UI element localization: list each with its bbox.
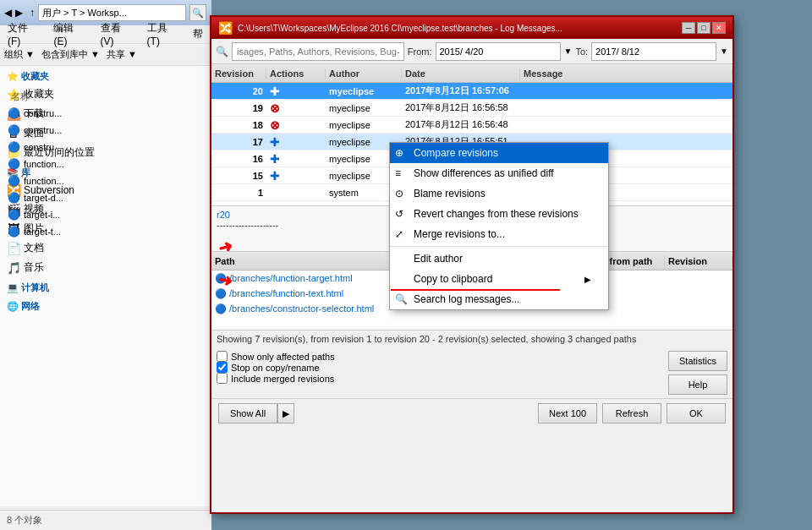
- table-row[interactable]: 19 ⊗ myeclipse 2017年8月12日 16:56:58: [211, 100, 732, 117]
- context-label: Merge revisions to...: [414, 228, 505, 240]
- explorer-nav-up[interactable]: ↑: [30, 7, 35, 19]
- context-item-diff[interactable]: ≡ Show differences as unified diff: [390, 163, 608, 183]
- paths-header-revision: Revision: [665, 256, 732, 266]
- cell-date: 2017年8月12日 16:56:58: [402, 101, 520, 114]
- sidebar-item-documents[interactable]: 📄 文档: [0, 238, 210, 258]
- compare-icon: ⊕: [395, 147, 403, 159]
- from-date-dropdown[interactable]: ▼: [564, 46, 573, 56]
- file-item[interactable]: 🔵target-d...: [4, 189, 211, 206]
- svn-folder-icon: 🔵: [8, 141, 20, 153]
- sidebar-item-music[interactable]: 🎵 音乐: [0, 258, 210, 277]
- table-row[interactable]: 20 ✚ myeclipse 2017年8月12日 16:57:06: [211, 83, 732, 100]
- close-button[interactable]: ✕: [712, 22, 726, 34]
- statistics-button[interactable]: Statistics: [668, 351, 727, 371]
- favorites-group[interactable]: ⭐ 收藏夹: [0, 66, 210, 85]
- to-date-dropdown[interactable]: ▼: [720, 46, 728, 56]
- menu-help[interactable]: 帮: [189, 25, 206, 43]
- context-item-revert[interactable]: ↺ Revert changes from these revisions: [390, 204, 608, 224]
- explorer-status-bar: 8 个对象: [0, 510, 211, 530]
- checkbox-affected-paths[interactable]: Show only affected paths: [217, 351, 668, 362]
- minimize-button[interactable]: ─: [682, 22, 695, 34]
- file-item[interactable]: 🔵constru...: [4, 139, 211, 156]
- cell-revision: 15: [211, 171, 266, 181]
- help-button[interactable]: Help: [668, 374, 727, 395]
- context-menu: ⊕ Compare revisions ≡ Show differences a…: [389, 142, 609, 310]
- search-log-icon: 🔍: [395, 293, 408, 305]
- sidebar-label: 文档: [24, 241, 44, 255]
- context-item-copy-clipboard[interactable]: Copy to clipboard ▶: [390, 269, 608, 289]
- explorer-nav-back[interactable]: ◀: [4, 7, 12, 19]
- svn-titlebar: 🔀 C:\Users\T\Workspaces\MyEclipse 2016 C…: [211, 17, 732, 39]
- computer-group[interactable]: 💻 计算机: [0, 277, 210, 296]
- share-btn[interactable]: 共享 ▼: [107, 48, 137, 61]
- header-date: Date: [402, 68, 520, 79]
- table-row[interactable]: 18 ⊗ myeclipse 2017年8月12日 16:56:48: [211, 117, 732, 134]
- context-item-compare[interactable]: ⊕ Compare revisions: [390, 143, 608, 163]
- from-date-picker[interactable]: [436, 42, 561, 61]
- show-all-arrow-button[interactable]: ▶: [277, 403, 294, 423]
- to-label: To:: [575, 46, 588, 57]
- to-date-picker[interactable]: [591, 42, 716, 61]
- sidebar-label: 音乐: [24, 260, 44, 275]
- action-add-icon: ✚: [270, 135, 280, 149]
- context-label: Compare revisions: [414, 147, 498, 159]
- file-item[interactable]: 🔵target-i...: [4, 206, 211, 223]
- file-item[interactable]: 🔵function...: [4, 156, 211, 172]
- context-label: Blame revisions: [414, 188, 486, 199]
- svn-search-toolbar: 🔍 From: ▼ To: ▼: [211, 39, 732, 64]
- checkbox-stop-copy-input[interactable]: [217, 362, 228, 373]
- next-100-button[interactable]: Next 100: [538, 403, 597, 423]
- from-label: From:: [408, 46, 432, 57]
- refresh-button[interactable]: Refresh: [602, 403, 661, 423]
- svn-search-input[interactable]: [232, 42, 404, 61]
- cell-action: ✚: [266, 135, 326, 149]
- cell-revision: 18: [211, 120, 266, 130]
- file-item[interactable]: 🔵constru...: [4, 105, 211, 122]
- cell-date: 2017年8月12日 16:57:06: [402, 85, 520, 97]
- ok-button[interactable]: OK: [667, 403, 726, 423]
- menu-file[interactable]: 文件(F): [4, 19, 43, 49]
- svn-side-buttons: Statistics Help: [668, 351, 727, 395]
- svn-window-icon: 🔀: [218, 21, 233, 35]
- cell-author: myeclipse: [326, 86, 402, 96]
- include-btn[interactable]: 包含到库中 ▼: [41, 48, 100, 61]
- action-add-icon: ✚: [270, 85, 280, 98]
- context-item-search-log[interactable]: 🔍 Search log messages...: [390, 289, 608, 309]
- file-area: 名称 🔵constru... 🔵constru... 🔵constru... 🔵…: [0, 89, 211, 240]
- network-group[interactable]: 🌐 网络: [0, 296, 210, 314]
- menu-edit[interactable]: 编辑(E): [50, 19, 90, 49]
- cell-action: ⊗: [266, 118, 326, 132]
- path-href[interactable]: 🔵 /branches/constructor-selector.html: [215, 303, 374, 314]
- svn-title-text: C:\Users\T\Workspaces\MyEclipse 2016 CI\…: [238, 24, 562, 33]
- path-href[interactable]: 🔵 /branches/function-target.html: [215, 273, 353, 283]
- context-item-edit-author[interactable]: Edit author: [390, 249, 608, 269]
- revert-icon: ↺: [395, 208, 403, 220]
- checkbox-merged-label: Include merged revisions: [231, 374, 334, 384]
- checkbox-merged[interactable]: Include merged revisions: [217, 373, 668, 384]
- explorer-nav-forward[interactable]: ▶: [15, 7, 23, 19]
- checkbox-stop-copy[interactable]: Stop on copy/rename: [217, 362, 668, 373]
- menu-view[interactable]: 查看(V): [97, 19, 137, 49]
- context-item-blame[interactable]: ⊙ Blame revisions: [390, 183, 608, 204]
- checkbox-merged-input[interactable]: [217, 373, 228, 384]
- search-btn[interactable]: 🔍: [189, 4, 206, 21]
- merge-icon: ⤢: [395, 228, 403, 240]
- maximize-button[interactable]: □: [697, 22, 710, 34]
- show-all-button[interactable]: Show All: [218, 403, 277, 423]
- file-item[interactable]: 🔵function...: [4, 172, 211, 189]
- svn-folder-icon: 🔵: [8, 158, 20, 170]
- checkbox-affected-input[interactable]: [217, 351, 228, 362]
- file-item[interactable]: 🔵target-t...: [4, 223, 211, 240]
- context-item-merge[interactable]: ⤢ Merge revisions to...: [390, 224, 608, 244]
- menu-tools[interactable]: 工具(T): [144, 19, 183, 49]
- organize-btn[interactable]: 组织 ▼: [4, 48, 35, 61]
- svn-table-header: Revision Actions Author Date Message: [211, 64, 732, 83]
- svn-folder-icon: 🔵: [8, 124, 20, 136]
- show-all-group: Show All ▶: [218, 403, 294, 423]
- address-bar[interactable]: 用户 > T > Worksp...: [38, 4, 186, 21]
- footer-right-buttons: Next 100 Refresh OK: [538, 403, 726, 423]
- file-item[interactable]: 🔵constru...: [4, 122, 211, 139]
- cell-date: 2017年8月12日 16:56:48: [402, 118, 520, 131]
- path-href[interactable]: 🔵 /branches/function-text.html: [215, 288, 343, 298]
- diff-icon: ≡: [395, 167, 401, 179]
